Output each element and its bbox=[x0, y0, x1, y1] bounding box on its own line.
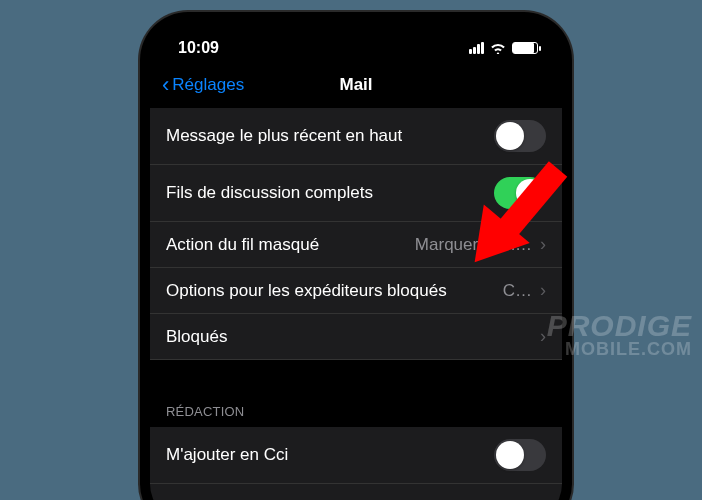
row-label: Fils de discussion complets bbox=[166, 183, 373, 203]
arrow-annotation-icon bbox=[430, 140, 590, 300]
chevron-right-icon: › bbox=[540, 326, 546, 347]
row-label: Marquer les adresses bbox=[166, 497, 329, 501]
row-bcc-myself[interactable]: M'ajouter en Cci bbox=[150, 427, 562, 484]
wifi-icon bbox=[490, 42, 506, 54]
page-title: Mail bbox=[339, 75, 372, 95]
row-label: Message le plus récent en haut bbox=[166, 126, 402, 146]
watermark: PRODIGE MOBILE.COM bbox=[547, 312, 692, 358]
row-blocked[interactable]: Bloqués › bbox=[150, 314, 562, 360]
row-label: M'ajouter en Cci bbox=[166, 445, 288, 465]
row-label: Bloqués bbox=[166, 327, 227, 347]
watermark-line1: PRODIGE bbox=[547, 312, 692, 341]
row-label: Action du fil masqué bbox=[166, 235, 319, 255]
row-value: Non bbox=[501, 497, 532, 501]
section-header-redaction: RÉDACTION bbox=[150, 380, 562, 427]
chevron-left-icon: ‹ bbox=[162, 74, 169, 96]
row-mark-addresses[interactable]: Marquer les adresses Non › bbox=[150, 484, 562, 500]
cellular-signal-icon bbox=[469, 42, 484, 54]
navigation-bar: ‹ Réglages Mail bbox=[150, 62, 562, 108]
notch bbox=[256, 22, 456, 52]
watermark-line2: MOBILE.COM bbox=[547, 341, 692, 358]
chevron-right-icon: › bbox=[540, 496, 546, 500]
toggle-bcc-myself[interactable] bbox=[494, 439, 546, 471]
battery-icon bbox=[512, 42, 538, 54]
status-indicators bbox=[469, 42, 538, 54]
status-time: 10:09 bbox=[178, 39, 219, 57]
back-button[interactable]: ‹ Réglages bbox=[162, 74, 244, 96]
back-label: Réglages bbox=[172, 75, 244, 95]
